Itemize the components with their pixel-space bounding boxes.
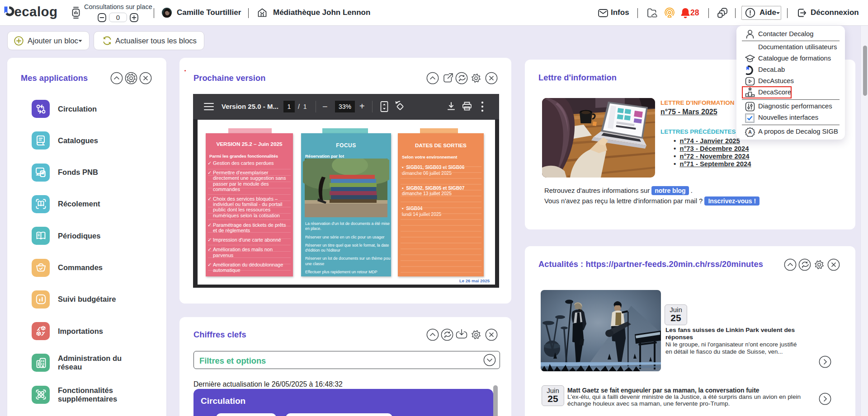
svg-text:A: A [748, 129, 752, 135]
svg-text:ecalog: ecalog [14, 4, 58, 19]
